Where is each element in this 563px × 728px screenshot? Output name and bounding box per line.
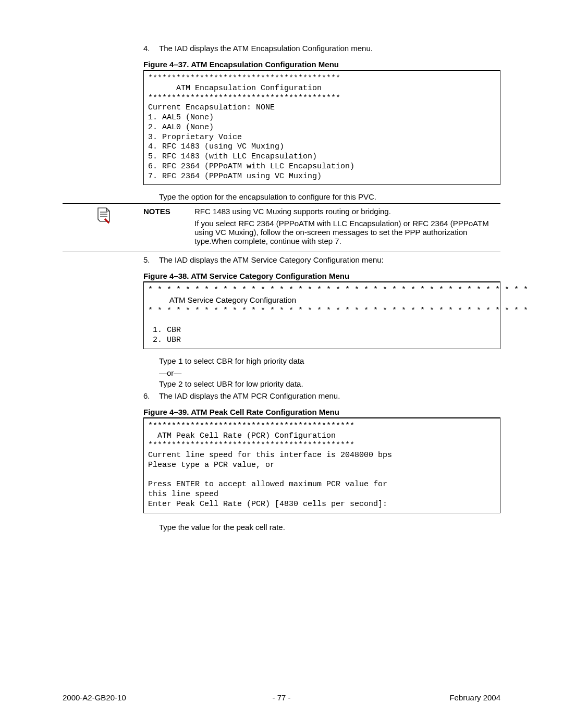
note-icon <box>96 207 111 224</box>
step-number: 5. <box>143 255 159 264</box>
notes-paragraph-1: RFC 1483 using VC Muxing supports routin… <box>194 207 500 216</box>
notes-icon-column <box>63 206 143 224</box>
after-fig38-line1: Type 1 to select CBR for high priority d… <box>159 356 500 366</box>
notes-body: RFC 1483 using VC Muxing supports routin… <box>194 206 500 249</box>
fig38-stars-top: * * * * * * * * * * * * * * * * * * * * … <box>148 286 528 294</box>
step-text: The IAD displays the ATM PCR Configurati… <box>159 391 500 400</box>
fig38-option-2: 2. UBR <box>148 336 181 344</box>
notes-paragraph-2: If you select RFC 2364 (PPPoATM with LLC… <box>194 219 500 245</box>
figure-38-caption: Figure 4–38. ATM Service Category Config… <box>143 272 500 280</box>
fig38-title: ATM Service Category Configuration <box>169 295 296 304</box>
footer-left: 2000-A2-GB20-10 <box>63 693 126 702</box>
step-number: 4. <box>143 44 159 53</box>
after-fig37-text: Type the option for the encapsulation to… <box>159 192 500 201</box>
step-6: 6. The IAD displays the ATM PCR Configur… <box>143 391 500 400</box>
page: 4. The IAD displays the ATM Encapsulatio… <box>0 0 563 728</box>
notes-block: NOTES RFC 1483 using VC Muxing supports … <box>63 203 500 252</box>
figure-38-code: * * * * * * * * * * * * * * * * * * * * … <box>143 282 500 349</box>
after-fig38-or: —or— <box>159 368 500 377</box>
code-literal-2: 2 <box>178 380 183 389</box>
figure-37-caption: Figure 4–37. ATM Encapsulation Configura… <box>143 60 500 69</box>
figure-39-code: ****************************************… <box>143 418 500 513</box>
code-literal-1: 1 <box>178 357 183 366</box>
page-footer: 2000-A2-GB20-10 - 77 - February 2004 <box>63 693 500 702</box>
fig38-option-1: 1. CBR <box>148 326 181 335</box>
step-4: 4. The IAD displays the ATM Encapsulatio… <box>143 44 500 53</box>
figure-39-caption: Figure 4–39. ATM Peak Cell Rate Configur… <box>143 408 500 416</box>
fig38-stars-bottom: * * * * * * * * * * * * * * * * * * * * … <box>148 306 528 315</box>
notes-label: NOTES <box>143 206 194 216</box>
step-text: The IAD displays the ATM Service Categor… <box>159 255 500 264</box>
main-content: 4. The IAD displays the ATM Encapsulatio… <box>143 44 500 532</box>
after-fig39-text: Type the value for the peak cell rate. <box>159 523 500 532</box>
footer-right: February 2004 <box>449 693 500 702</box>
step-text: The IAD displays the ATM Encapsulation C… <box>159 44 500 53</box>
figure-37-code: ****************************************… <box>143 70 500 185</box>
after-fig38-line2: Type 2 to select UBR for low priority da… <box>159 379 500 389</box>
step-5: 5. The IAD displays the ATM Service Cate… <box>143 255 500 264</box>
footer-center: - 77 - <box>272 693 290 702</box>
step-number: 6. <box>143 391 159 400</box>
